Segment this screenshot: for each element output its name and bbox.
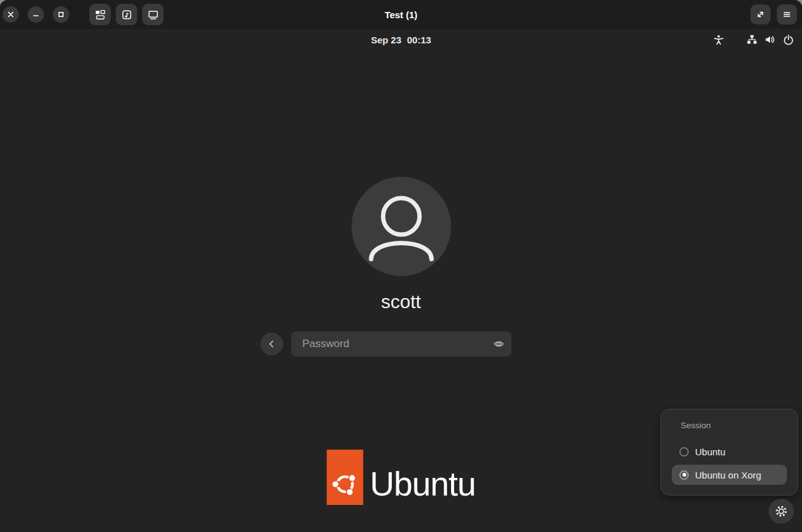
collection-view-button[interactable]: [89, 4, 111, 25]
session-option-ubuntu-on-xorg[interactable]: Ubuntu on Xorg: [672, 465, 787, 485]
close-icon: [6, 9, 16, 19]
circle-of-friends-icon: [331, 450, 359, 505]
titlebar: Test (1): [0, 0, 802, 29]
ubuntu-badge: [326, 450, 363, 505]
clock[interactable]: Sep 23 00:13: [371, 35, 432, 45]
session-option-ubuntu[interactable]: Ubuntu: [672, 441, 787, 462]
network-icon[interactable]: [747, 35, 757, 45]
gdm-topbar: Sep 23 00:13: [0, 29, 802, 50]
radio-checked-icon: [679, 470, 689, 480]
session-menu-title: Session: [681, 421, 787, 430]
clock-date: Sep 23: [371, 35, 401, 45]
vm-viewer-window: Test (1) Sep 23 00:13: [0, 0, 802, 532]
password-row: [291, 331, 511, 357]
window-controls: [3, 4, 169, 25]
username-label: scott: [0, 291, 802, 313]
maximize-button[interactable]: [53, 6, 69, 23]
session-option-label: Ubuntu on Xorg: [695, 470, 761, 480]
hamburger-icon: [782, 9, 792, 19]
eye-icon: [493, 338, 504, 350]
window-title: Test (1): [384, 9, 417, 20]
session-settings-button[interactable]: [769, 499, 794, 524]
session-menu: Session Ubuntu Ubuntu on Xorg: [660, 409, 798, 496]
fullscreen-icon: [755, 9, 766, 19]
accessibility-icon[interactable]: [713, 35, 724, 45]
reveal-password-button[interactable]: [493, 338, 504, 350]
back-button[interactable]: [260, 333, 283, 355]
collection-grid-icon: [95, 9, 106, 20]
person-silhouette-icon: [352, 177, 451, 276]
chevron-left-icon: [267, 339, 277, 349]
login-screen: Sep 23 00:13: [0, 29, 802, 532]
password-input[interactable]: [291, 331, 511, 357]
minimize-button[interactable]: [28, 6, 44, 23]
gear-icon: [774, 504, 788, 518]
media-note-icon: [121, 9, 132, 20]
media-devices-button[interactable]: [116, 4, 137, 25]
ubuntu-wordmark: Ubuntu: [370, 467, 476, 501]
ubuntu-logo: Ubuntu: [326, 450, 476, 505]
fullscreen-button[interactable]: [750, 4, 771, 25]
clock-time: 00:13: [407, 35, 431, 45]
radio-unchecked-icon: [679, 447, 689, 457]
titlebar-right-controls: [750, 4, 797, 25]
monitor-icon: [148, 9, 159, 20]
power-icon[interactable]: [783, 35, 794, 45]
display-settings-button[interactable]: [142, 4, 164, 25]
maximize-icon: [56, 9, 66, 19]
status-area: [713, 29, 794, 50]
user-avatar: [352, 177, 451, 276]
session-option-label: Ubuntu: [695, 446, 725, 457]
menu-button[interactable]: [777, 4, 797, 25]
volume-icon[interactable]: [765, 35, 776, 45]
minimize-icon: [31, 9, 41, 19]
close-button[interactable]: [3, 6, 19, 23]
